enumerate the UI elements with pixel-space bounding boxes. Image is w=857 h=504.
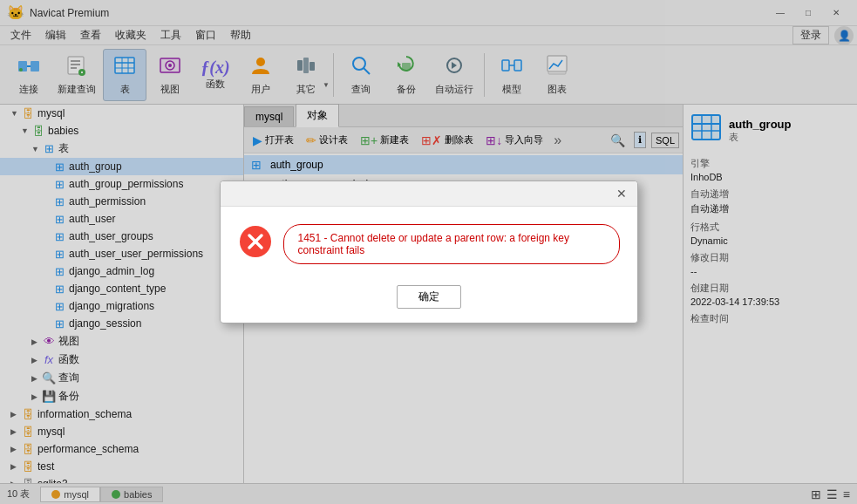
modal-overlay: ✕ 1451 - Cannot delete or update a paren… bbox=[0, 0, 857, 504]
error-dialog: ✕ 1451 - Cannot delete or update a paren… bbox=[220, 180, 638, 324]
modal-message-box: 1451 - Cannot delete or update a parent … bbox=[283, 224, 620, 264]
modal-footer: 确定 bbox=[221, 278, 637, 323]
modal-titlebar: ✕ bbox=[221, 181, 637, 207]
error-message: 1451 - Cannot delete or update a parent … bbox=[283, 224, 620, 264]
modal-body: 1451 - Cannot delete or update a parent … bbox=[221, 207, 637, 278]
ok-button[interactable]: 确定 bbox=[397, 285, 461, 309]
error-icon bbox=[238, 224, 273, 259]
modal-close-button[interactable]: ✕ bbox=[616, 187, 627, 201]
